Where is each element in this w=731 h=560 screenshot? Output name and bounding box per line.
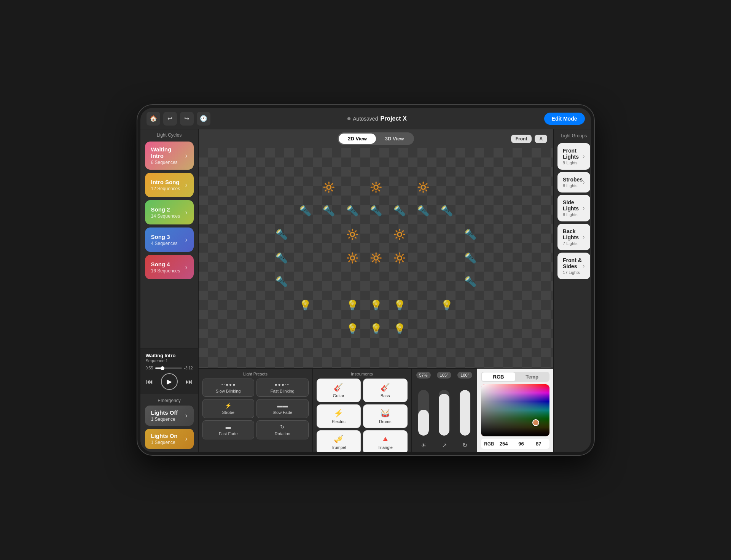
trumpet-icon: 🎺: [334, 434, 343, 444]
light-empty: [295, 248, 316, 269]
cycle-seq-3: 4 Sequences: [151, 241, 178, 246]
instr-trumpet[interactable]: 🎺 Trumpet: [317, 430, 361, 452]
color-value-b: 87: [530, 441, 546, 447]
history-button[interactable]: 🕐: [197, 112, 210, 126]
2d-view-button[interactable]: 2D View: [339, 134, 376, 144]
light-empty: [271, 177, 292, 198]
player-progress: 0:55 -3:12: [146, 366, 193, 370]
cycle-name-4: Song 4: [151, 261, 180, 267]
light-empty: [412, 295, 434, 316]
group-count-0: 9 Lights: [563, 161, 583, 165]
group-name-3: Back Lights: [563, 228, 583, 240]
emergency-lights-on[interactable]: Lights On 1 Sequence ›: [145, 429, 194, 449]
beam-icon[interactable]: ↗: [437, 442, 452, 449]
light-row5-left: 🔦: [271, 271, 292, 293]
preset-slow-fade[interactable]: ▬▬ Slow Fade: [256, 399, 309, 418]
group-name-2: Side Lights: [563, 199, 583, 212]
front-nav-button[interactable]: Front: [511, 135, 532, 143]
cycle-item-song3[interactable]: Song 3 4 Sequences ›: [145, 228, 194, 252]
bass-icon: 🎸: [381, 383, 390, 392]
slider-fill-1: [439, 394, 449, 436]
preset-rotation[interactable]: ↻ Rotation: [256, 420, 309, 439]
light-empty: [460, 177, 481, 198]
light-empty: [412, 248, 434, 269]
cycle-chevron-0: ›: [185, 152, 188, 160]
fast-blinking-icon: ●●●⋯: [274, 382, 290, 387]
light-mh4: 💡: [389, 295, 410, 316]
color-tab-temp[interactable]: Temp: [515, 372, 549, 381]
instr-bass[interactable]: 🎸 Bass: [363, 379, 408, 402]
player-section: Waiting Intro Sequence 1 0:55 -3:12 ⏮ ▶ …: [140, 348, 198, 394]
instruments-panel: Instruments 🎸 Guitar 🎸 Bass ⚡ Electric: [313, 369, 412, 452]
light-empty: [436, 248, 457, 269]
sliders-panel: 57% 165° 180°: [412, 369, 478, 452]
cycle-item-song4[interactable]: Song 4 16 Sequences ›: [145, 255, 194, 279]
slider-track-0[interactable]: [418, 390, 429, 436]
edit-mode-button[interactable]: Edit Mode: [544, 113, 585, 125]
light-empty: [295, 318, 316, 340]
undo-button[interactable]: ↩: [163, 112, 177, 126]
redo-button[interactable]: ↪: [180, 112, 194, 126]
instr-guitar[interactable]: 🎸 Guitar: [317, 379, 361, 402]
light-group-strobes[interactable]: Strobes 8 Lights ›: [557, 172, 590, 192]
instr-triangle[interactable]: 🔺 Triangle: [363, 430, 408, 452]
color-picker[interactable]: [481, 384, 549, 436]
bass-label: Bass: [381, 393, 390, 398]
light-row4-c2: 🔆: [365, 248, 387, 269]
instr-electric[interactable]: ⚡ Electric: [317, 404, 361, 428]
progress-bar[interactable]: [155, 368, 182, 369]
light-row2-7: 🔦: [436, 200, 457, 222]
cycle-item-song2[interactable]: Song 2 14 Sequences ›: [145, 200, 194, 224]
skip-back-button[interactable]: ⏮: [146, 377, 153, 386]
slider-track-2[interactable]: [460, 390, 470, 436]
cycle-item-waiting-intro[interactable]: Waiting Intro 6 Sequences ›: [145, 142, 194, 170]
a-nav-button[interactable]: A: [535, 135, 547, 143]
group-count-2: 8 Lights: [563, 212, 583, 217]
drums-label: Drums: [379, 419, 391, 424]
rotation-icon: ↻: [280, 424, 285, 430]
3d-view-button[interactable]: 3D View: [376, 134, 413, 144]
electric-icon: ⚡: [334, 409, 343, 418]
light-groups-list: Front Lights 9 Lights › Strobes 8 Lights…: [554, 142, 591, 452]
preset-fast-fade[interactable]: ▬ Fast Fade: [202, 420, 255, 439]
light-group-side-lights[interactable]: Side Lights 8 Lights ›: [557, 195, 590, 221]
guitar-icon: 🎸: [334, 383, 343, 392]
skip-forward-button[interactable]: ⏭: [185, 377, 193, 386]
fast-fade-icon: ▬: [226, 424, 231, 430]
cycle-name-2: Song 2: [151, 206, 180, 213]
preset-fast-blinking[interactable]: ●●●⋯ Fast Blinking: [256, 379, 309, 397]
preset-slow-blinking[interactable]: ⋯●●● Slow Blinking: [202, 379, 255, 397]
slider-track-1[interactable]: [439, 390, 449, 436]
light-fixture-top1: 🔆: [318, 177, 339, 198]
rotation-slider-icon[interactable]: ↻: [458, 442, 473, 449]
cycle-item-intro-song[interactable]: Intro Song 12 Sequences ›: [145, 173, 194, 197]
light-empty: [460, 200, 481, 222]
light-row4-right: 🔦: [460, 248, 481, 269]
brightness-icon[interactable]: ☀: [416, 442, 431, 449]
light-group-front-lights[interactable]: Front Lights 9 Lights ›: [557, 143, 590, 170]
cycle-seq-1: 12 Sequences: [151, 186, 180, 191]
light-empty: [342, 177, 363, 198]
emergency-lights-off[interactable]: Lights Off 1 Sequence ›: [145, 406, 194, 426]
cycle-seq-4: 16 Sequences: [151, 268, 180, 274]
light-row4-c1: 🔆: [342, 248, 363, 269]
play-button[interactable]: ▶: [161, 373, 178, 390]
color-values: RGB 254 96 87: [481, 439, 549, 449]
light-mh1: 💡: [295, 295, 316, 316]
home-button[interactable]: 🏠: [147, 112, 160, 126]
light-row3-c2: 🔆: [389, 224, 410, 245]
group-count-3: 7 Lights: [563, 241, 583, 246]
group-count-4: 17 Lights: [563, 270, 583, 275]
slider-col-0: [416, 390, 431, 439]
light-empty: [389, 271, 410, 293]
light-empty: [318, 248, 339, 269]
preset-strobe[interactable]: ⚡ Strobe: [202, 399, 255, 418]
color-tab-rgb[interactable]: RGB: [482, 372, 515, 381]
light-row5-right: 🔦: [460, 271, 481, 293]
instr-drums[interactable]: 🥁 Drums: [363, 404, 408, 428]
top-bar-left: 🏠 ↩ ↪ 🕐: [147, 112, 210, 126]
group-chevron-4: ›: [583, 262, 584, 269]
light-group-front-sides[interactable]: Front & Sides 17 Lights ›: [557, 253, 590, 279]
light-front3: 💡: [389, 318, 410, 340]
light-group-back-lights[interactable]: Back Lights 7 Lights ›: [557, 224, 590, 250]
